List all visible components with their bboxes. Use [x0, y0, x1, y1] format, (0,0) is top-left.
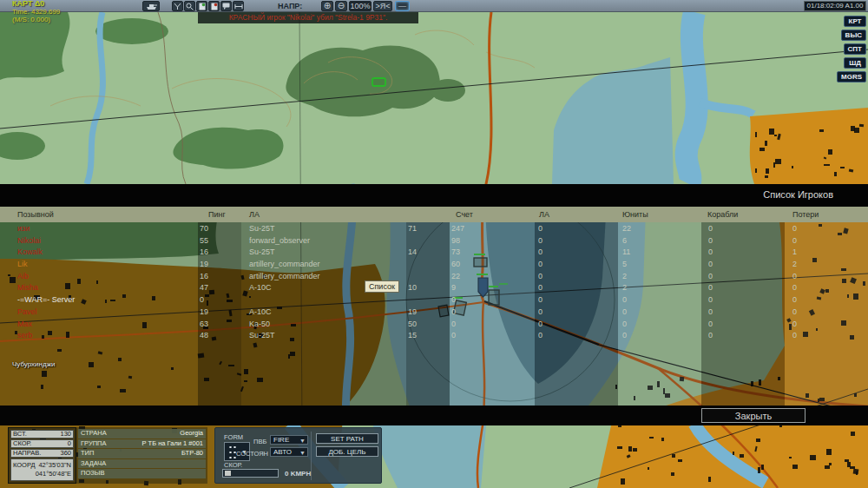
time-accel-label: (M/S: 0.000)	[12, 16, 60, 23]
player-la: 0	[538, 260, 542, 268]
label-add-icon	[199, 3, 206, 10]
speed-slider-handle[interactable]	[225, 471, 231, 476]
group-info-rows: СТРАНАGeorgiaГРУППАР ТБ на Гали 1 #001ТИ…	[78, 429, 206, 478]
player-score: 98	[451, 236, 460, 245]
zoom-level: 100%	[349, 1, 372, 11]
remove-label-button[interactable]	[208, 1, 220, 11]
map-city-label: Чубурхинджи	[12, 360, 55, 368]
player-units: 6	[622, 236, 627, 245]
player-losses: 0	[792, 283, 797, 292]
close-button[interactable]: Закрыть	[701, 408, 806, 423]
player-row[interactable]: Lik19artillery_commander600502	[0, 258, 868, 270]
chat-button[interactable]	[220, 1, 232, 11]
player-callsign: Nikolai	[17, 236, 41, 245]
set-path-button[interactable]: SET PATH	[316, 433, 378, 444]
group-info-row: СТРАНАGeorgia	[78, 429, 206, 439]
search-button[interactable]	[184, 1, 195, 11]
map-button-выс[interactable]: ВЫС	[841, 30, 866, 41]
player-units: 0	[622, 307, 627, 316]
zoom-in-button[interactable]: ⊕	[321, 1, 333, 11]
player-row[interactable]: Max63Ka-505000000	[0, 318, 868, 330]
cursor-tooltip: Список	[365, 280, 399, 293]
tank-icon	[146, 3, 157, 10]
player-row[interactable]: Nikolai55forward_observer980600	[0, 234, 868, 247]
player-ping: 0	[200, 295, 204, 304]
group-info-panel: СТРАНАGeorgiaГРУППАР ТБ на Гали 1 #001ТИ…	[76, 427, 207, 484]
column-header-7: Корабли	[707, 210, 738, 219]
player-ships: 0	[708, 307, 713, 316]
player-aircraft: A-10C	[249, 283, 272, 292]
column-header-8: Потери	[792, 210, 819, 219]
player-aircraft: artillery_commander	[249, 272, 320, 280]
player-losses: 0	[792, 295, 797, 304]
unit-command-panel: FORM ▼ ПВБ FIRE ▼ СОСТОЯН АВТО ▼ SET PAT…	[214, 427, 382, 484]
player-ping: 16	[200, 272, 208, 280]
player-row[interactable]: Pavel19A-10C1900000	[0, 306, 868, 318]
player-score: 60	[451, 260, 460, 268]
player-la: 0	[538, 283, 542, 292]
ruler-button[interactable]	[233, 1, 244, 11]
player-ships: 0	[708, 295, 713, 304]
player-units: 5	[622, 260, 627, 268]
coord-box: КООРД 42°35'03"N 041°50'48"E	[10, 458, 74, 481]
player-row[interactable]: serb48Su-25T1500000	[0, 329, 868, 341]
top-toolbar: НАПР: ⊕ ⊖ 100% >Я< —	[0, 0, 868, 12]
speed-label: СКОР.	[224, 461, 242, 469]
player-list-footer: Закрыть	[0, 406, 868, 425]
player-la: 0	[538, 295, 542, 304]
group-info-row: ЗАДАЧА	[78, 459, 206, 469]
player-kills: 71	[408, 224, 417, 233]
player-losses: 1	[792, 247, 797, 256]
vehicle-view-button[interactable]	[142, 1, 160, 11]
coord-lat: 42°35'03"N	[38, 461, 71, 469]
speed-slider[interactable]	[222, 469, 279, 478]
add-target-button[interactable]: ДОБ. ЦЕЛЬ	[316, 446, 378, 457]
add-label-button[interactable]	[196, 1, 207, 11]
center-on-player-button[interactable]: >Я<	[373, 1, 392, 11]
player-row[interactable]: Misha47A-10C1090200	[0, 281, 868, 293]
zoom-out-button[interactable]: ⊖	[335, 1, 347, 11]
player-score: 0	[451, 295, 456, 304]
alarm-state-label: СОСТОЯН	[236, 450, 268, 458]
player-kills: 15	[408, 331, 417, 340]
routes-button[interactable]	[172, 1, 183, 11]
player-score: 9	[451, 283, 456, 292]
player-ping: 19	[200, 307, 208, 316]
pan-mode-button[interactable]: —	[395, 1, 410, 11]
player-row[interactable]: изи70Su-25T7124702200	[0, 222, 868, 234]
player-aircraft: Su-25T	[249, 331, 275, 340]
chevron-down-icon: ▼	[299, 437, 306, 445]
player-kills: 50	[408, 320, 417, 328]
player-ships: 0	[708, 224, 713, 233]
player-la: 0	[538, 272, 542, 280]
player-aircraft: Su-25T	[249, 224, 275, 233]
player-ping: 19	[200, 260, 208, 268]
group-info-row: ТИПБТР-80	[78, 449, 206, 458]
map-button-спт[interactable]: СПТ	[844, 43, 866, 55]
clock-display: 01/18:02:09 A1.00	[804, 1, 866, 11]
column-header-1: Позывной	[17, 210, 54, 219]
player-row[interactable]: Aib16artillery_commander220200	[0, 270, 868, 282]
map-mode-label: КАРТ Δ0	[12, 0, 60, 8]
player-la: 0	[538, 331, 542, 340]
player-row[interactable]: -=WAR=- Server000000	[0, 293, 868, 306]
map-button-крт[interactable]: КРТ	[844, 16, 866, 27]
player-row[interactable]: Kowalk16Su-25T147301101	[0, 246, 868, 258]
player-units: 2	[622, 272, 627, 280]
alarm-state-dropdown[interactable]: АВТО ▼	[270, 447, 308, 457]
map-button-mgrs[interactable]: MGRS	[837, 71, 866, 82]
player-ships: 0	[708, 260, 713, 268]
map-button-шд[interactable]: ШД	[844, 57, 866, 69]
column-header-5: ЛА	[539, 210, 549, 219]
player-aircraft: forward_observer	[249, 236, 310, 245]
roe-dropdown[interactable]: FIRE ▼	[270, 435, 308, 445]
player-la: 0	[538, 247, 542, 256]
player-ping: 16	[200, 247, 208, 256]
player-la: 0	[538, 236, 542, 245]
player-losses: 2	[792, 260, 797, 268]
chevron-down-icon: ▼	[299, 449, 306, 457]
label-remove-icon	[211, 3, 218, 10]
player-units: 0	[622, 320, 627, 328]
mission-time-label: Time: 4329.699	[12, 8, 60, 16]
player-kills: 10	[408, 283, 417, 292]
